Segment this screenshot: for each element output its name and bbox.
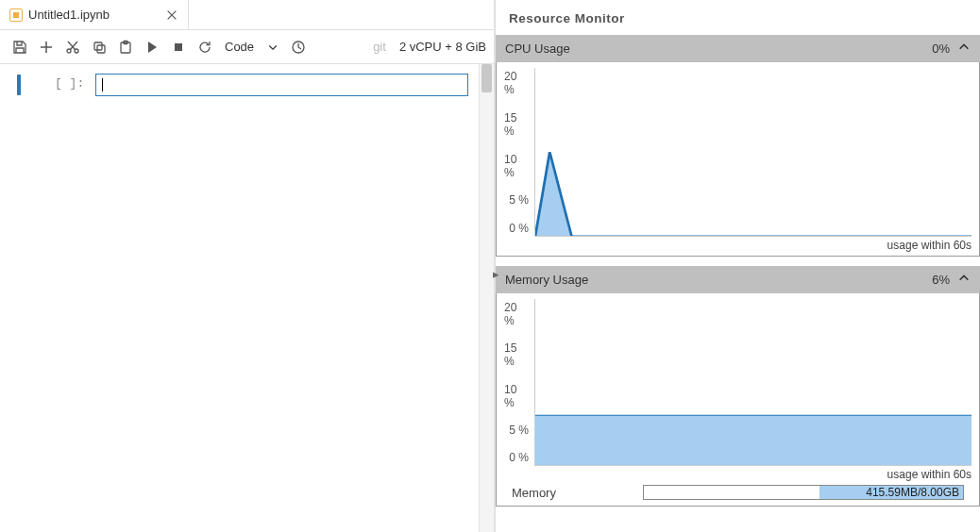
cut-button[interactable] — [60, 35, 85, 59]
memory-panel-header[interactable]: Memory Usage 6% — [496, 266, 980, 293]
svg-marker-8 — [535, 152, 972, 236]
resource-monitor-title: Resource Monitor — [496, 0, 980, 35]
memory-bar: 415.59MB/8.00GB — [643, 485, 964, 500]
cpu-chart: 20 % 15 % 10 % 5 % 0 % — [504, 68, 972, 237]
svg-marker-9 — [535, 415, 972, 465]
memory-bar-text: 415.59MB/8.00GB — [644, 486, 963, 499]
memory-panel-body: 20 % 15 % 10 % 5 % 0 % usage within 60s — [496, 293, 980, 507]
memory-y-axis: 20 % 15 % 10 % 5 % 0 % — [504, 299, 534, 466]
notebook-body[interactable]: [ ]: — [0, 64, 494, 532]
splitter-handle[interactable]: ▸ — [492, 266, 499, 281]
tab-title: Untitled1.ipynb — [28, 8, 110, 22]
ytick: 10 % — [504, 383, 529, 409]
run-button[interactable] — [140, 35, 164, 59]
svg-point-1 — [75, 49, 78, 53]
monitor-panels: CPU Usage 0% 20 % 15 % 10 % 5 % 0 % — [496, 35, 980, 532]
scrollbar-thumb[interactable] — [482, 64, 492, 92]
restart-button[interactable] — [193, 35, 217, 59]
cpu-value: 0% — [932, 42, 950, 56]
cell-type-select[interactable]: Code — [219, 40, 284, 54]
git-label[interactable]: git — [373, 40, 386, 54]
memory-bar-row: Memory 415.59MB/8.00GB — [504, 481, 972, 502]
ytick: 15 % — [504, 341, 529, 368]
paste-button[interactable] — [113, 35, 138, 59]
ytick: 5 % — [509, 424, 529, 437]
cpu-title: CPU Usage — [505, 42, 570, 56]
cpu-panel: CPU Usage 0% 20 % 15 % 10 % 5 % 0 % — [496, 35, 980, 257]
copy-button[interactable] — [87, 35, 111, 59]
memory-chart: 20 % 15 % 10 % 5 % 0 % — [504, 299, 972, 466]
memory-title: Memory Usage — [505, 273, 588, 287]
ytick: 0 % — [509, 222, 529, 235]
chevron-up-icon[interactable] — [957, 272, 971, 288]
memory-bar-label: Memory — [512, 486, 556, 500]
cpu-plot-area — [534, 68, 972, 237]
add-cell-button[interactable] — [34, 35, 59, 59]
svg-point-0 — [67, 49, 71, 53]
chevron-up-icon[interactable] — [957, 41, 971, 57]
cpu-panel-body: 20 % 15 % 10 % 5 % 0 % usage within 60s — [496, 62, 980, 257]
notebook-toolbar: Code git 2 vCPU + 8 GiB — [0, 30, 494, 64]
svg-rect-3 — [97, 45, 105, 53]
svg-rect-2 — [94, 42, 102, 50]
cell-input[interactable] — [95, 74, 468, 96]
memory-plot-area — [534, 299, 972, 466]
close-icon[interactable] — [165, 8, 178, 22]
cpu-panel-header[interactable]: CPU Usage 0% — [496, 35, 980, 62]
chevron-down-icon — [267, 42, 279, 53]
memory-value: 6% — [932, 273, 950, 287]
ytick: 20 % — [504, 301, 529, 327]
notebook-pane: Untitled1.ipynb — [0, 0, 495, 532]
tab-untitled1[interactable]: Untitled1.ipynb — [0, 0, 189, 29]
memory-footer: usage within 60s — [504, 466, 972, 481]
cell-type-label: Code — [225, 40, 254, 54]
cpu-plot-svg — [535, 68, 972, 236]
memory-panel: Memory Usage 6% 20 % 15 % 10 % 5 % 0 % — [496, 266, 980, 507]
ytick: 20 % — [504, 70, 529, 96]
tab-bar: Untitled1.ipynb — [0, 0, 494, 30]
notebook-scrollbar[interactable] — [479, 64, 494, 532]
stop-button[interactable] — [166, 35, 191, 59]
text-cursor — [102, 78, 103, 91]
ytick: 5 % — [509, 193, 529, 207]
memory-plot-svg — [535, 299, 972, 465]
notebook-icon — [9, 8, 23, 22]
cpu-y-axis: 20 % 15 % 10 % 5 % 0 % — [504, 68, 534, 237]
ytick: 15 % — [504, 111, 529, 138]
ytick: 10 % — [504, 153, 529, 179]
cpu-footer: usage within 60s — [504, 237, 972, 252]
clock-icon[interactable] — [286, 35, 311, 59]
ytick: 0 % — [509, 451, 529, 464]
svg-rect-6 — [175, 43, 182, 51]
cell-prompt: [ ]: — [55, 74, 84, 91]
save-button[interactable] — [8, 35, 32, 59]
cell-active-marker — [17, 75, 21, 95]
resource-monitor-pane: ▸ Resource Monitor CPU Usage 0% 20 % 15 … — [495, 0, 980, 532]
code-cell[interactable]: [ ]: — [11, 74, 482, 96]
compute-resources[interactable]: 2 vCPU + 8 GiB — [399, 40, 486, 54]
